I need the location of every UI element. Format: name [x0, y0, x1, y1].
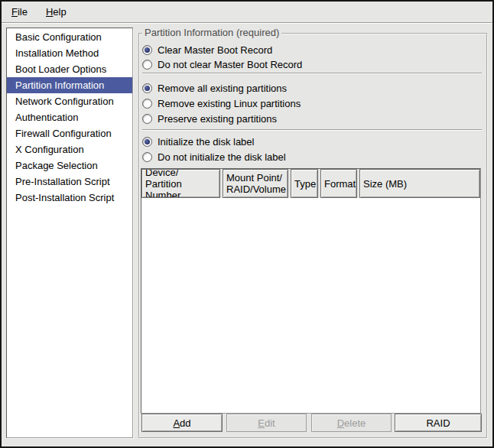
partition-table-header: Device/ Partition Number Mount Point/ RA… [141, 169, 480, 198]
menu-help[interactable]: Help [41, 4, 72, 20]
radio-initialize-disk-label[interactable]: Initialize the disk label [142, 135, 254, 148]
sidebar-item-x-configuration[interactable]: X Configuration [7, 141, 132, 157]
column-header-size[interactable]: Size (MB) [359, 169, 480, 198]
sidebar-item-authentication[interactable]: Authentication [7, 109, 132, 125]
radio-clear-mbr[interactable]: Clear Master Boot Record [142, 44, 272, 56]
radio-button-icon[interactable] [142, 152, 152, 162]
radio-remove-linux-partitions[interactable]: Remove existing Linux partitions [142, 97, 301, 109]
radio-label: Remove existing Linux partitions [158, 98, 301, 109]
column-header-device[interactable]: Device/ Partition Number [141, 169, 220, 198]
column-header-format[interactable]: Format [320, 169, 357, 198]
menu-file[interactable]: File [6, 4, 33, 20]
edit-button-label: Edit [258, 417, 275, 429]
raid-button-label: RAID [426, 417, 450, 429]
sidebar-item-pre-installation-script[interactable]: Pre-Installation Script [7, 174, 132, 190]
section-list: Basic Configuration Installation Method … [6, 28, 133, 438]
partition-information-frame: Partition Information (required) Clear M… [138, 33, 487, 438]
add-button[interactable]: Add [141, 414, 223, 432]
app-window: File Help Basic Configuration Installati… [0, 0, 494, 448]
radio-label: Clear Master Boot Record [158, 44, 272, 56]
radio-button-icon[interactable] [142, 99, 152, 109]
separator [142, 129, 482, 130]
radio-label: Preserve existing partitions [158, 113, 277, 125]
radio-label: Do not initialize the disk label [158, 151, 286, 163]
sidebar-item-network-configuration[interactable]: Network Configuration [7, 93, 132, 109]
frame-title: Partition Information (required) [142, 27, 281, 39]
raid-button[interactable]: RAID [395, 414, 482, 432]
radio-button-icon[interactable] [142, 137, 152, 147]
sidebar-item-firewall-configuration[interactable]: Firewall Configuration [7, 125, 132, 141]
sidebar-item-installation-method[interactable]: Installation Method [7, 45, 132, 61]
delete-button-label: Delete [337, 417, 366, 429]
edit-button[interactable]: Edit [226, 414, 307, 432]
radio-button-icon[interactable] [142, 60, 152, 70]
delete-button[interactable]: Delete [311, 414, 392, 432]
menubar: File Help [2, 2, 492, 22]
partition-table: Device/ Partition Number Mount Point/ RA… [141, 168, 481, 414]
column-header-mount-point[interactable]: Mount Point/ RAID/Volume [223, 169, 288, 198]
radio-label: Do not clear Master Boot Record [158, 59, 302, 70]
sidebar-item-boot-loader-options[interactable]: Boot Loader Options [7, 61, 132, 77]
menubar-separator [2, 22, 492, 23]
radio-button-icon[interactable] [142, 83, 152, 93]
sidebar-item-post-installation-script[interactable]: Post-Installation Script [7, 190, 132, 206]
radio-button-icon[interactable] [142, 114, 152, 124]
sidebar-item-package-selection[interactable]: Package Selection [7, 157, 132, 174]
radio-do-not-initialize-disk-label[interactable]: Do not initialize the disk label [142, 151, 286, 163]
radio-button-icon[interactable] [142, 45, 152, 55]
radio-do-not-clear-mbr[interactable]: Do not clear Master Boot Record [142, 58, 302, 70]
column-header-type[interactable]: Type [291, 169, 318, 198]
separator [142, 73, 482, 73]
sidebar-item-basic-configuration[interactable]: Basic Configuration [7, 29, 132, 45]
radio-label: Initialize the disk label [158, 136, 254, 148]
radio-label: Remove all existing partitions [158, 83, 287, 94]
radio-preserve-partitions[interactable]: Preserve existing partitions [142, 112, 277, 125]
radio-remove-all-partitions[interactable]: Remove all existing partitions [142, 82, 287, 94]
sidebar-item-partition-information[interactable]: Partition Information [7, 77, 132, 93]
add-button-label: Add [173, 417, 190, 429]
partition-table-body [141, 198, 480, 413]
